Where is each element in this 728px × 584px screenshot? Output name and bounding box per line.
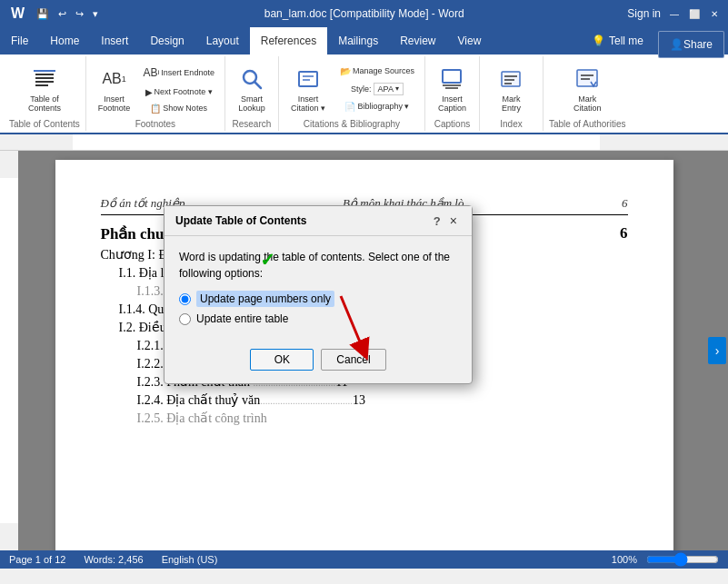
radio-update-pages: Update page numbers only	[179, 291, 457, 307]
ribbon-group-footnotes: AB1 InsertFootnote ABi Insert Endnote ▶ …	[86, 56, 225, 131]
authorities-buttons: MarkCitation	[566, 58, 608, 119]
index-group-label: Index	[485, 119, 537, 131]
style-select[interactable]: APA ▾	[374, 83, 404, 95]
footnote-icon: AB1	[100, 64, 129, 94]
manage-sources-btn[interactable]: 📂 Manage Sources	[335, 64, 419, 79]
quick-access-toolbar: 💾 ↩ ↪ ▾	[34, 6, 101, 22]
mark-citation-btn[interactable]: MarkCitation	[566, 60, 608, 118]
ribbon-tab-bar: File Home Insert Design Layout Reference…	[0, 27, 728, 54]
svg-rect-2	[35, 77, 54, 79]
tab-file[interactable]: File	[0, 27, 39, 54]
dialog-body-text: Word is updating the table of contents. …	[179, 249, 457, 282]
tab-references[interactable]: References	[250, 27, 327, 54]
save-btn[interactable]: 💾	[34, 6, 52, 22]
minimize-btn[interactable]: —	[668, 7, 681, 20]
table-of-contents-btn[interactable]: Table ofContents	[22, 60, 67, 118]
tell-me-btn[interactable]: 💡 Tell me	[581, 27, 654, 54]
restore-btn[interactable]: ⬜	[688, 7, 701, 20]
toc-group-label: Table of Contents	[9, 119, 80, 131]
index-buttons: MarkEntry	[490, 58, 532, 119]
zoom-slider[interactable]	[646, 554, 719, 565]
dialog-buttons: OK Cancel	[165, 340, 472, 383]
footnote-small-btns: ABi Insert Endnote ▶ Next Footnote ▾ 📋 S…	[138, 62, 219, 116]
mark-entry-label: MarkEntry	[502, 95, 521, 114]
svg-rect-1	[35, 74, 54, 75]
svg-rect-0	[34, 70, 55, 72]
tab-design[interactable]: Design	[139, 27, 194, 54]
captions-buttons: InsertCaption	[431, 58, 473, 119]
ribbon-group-citations: InsertCitation ▾ 📂 Manage Sources Style:…	[279, 56, 425, 131]
bibliography-icon: 📄	[344, 102, 355, 112]
footnotes-group-label: Footnotes	[92, 119, 219, 131]
status-right: 100%	[612, 554, 719, 565]
citation-icon	[294, 64, 323, 94]
document-area: Đồ án tốt nghiệp Bộ môn khai thác hầm lò…	[0, 151, 728, 550]
close-btn[interactable]: ✕	[708, 7, 721, 20]
tab-view[interactable]: View	[447, 27, 493, 54]
tab-insert[interactable]: Insert	[90, 27, 139, 54]
word-icon: W	[7, 4, 28, 24]
insert-citation-btn[interactable]: InsertCitation ▾	[284, 60, 332, 118]
insert-footnote-btn[interactable]: AB1 InsertFootnote	[92, 60, 137, 118]
mark-entry-icon	[496, 64, 525, 94]
person-icon: 👤	[670, 38, 683, 51]
next-footnote-btn[interactable]: ▶ Next Footnote ▾	[138, 84, 219, 100]
smart-lookup-label: SmartLookup	[238, 95, 265, 114]
insert-endnote-btn[interactable]: ABi Insert Endnote	[138, 62, 219, 84]
footnotes-buttons: AB1 InsertFootnote ABi Insert Endnote ▶ …	[92, 58, 219, 119]
svg-rect-17	[577, 70, 597, 86]
dialog-close-btn[interactable]: ×	[446, 213, 461, 228]
cancel-button[interactable]: Cancel	[321, 349, 385, 371]
tab-mailings[interactable]: Mailings	[327, 27, 389, 54]
radio-update-all: Update entire table	[179, 311, 457, 327]
dialog-title: Update Table of Contents	[175, 214, 306, 227]
bibliography-btn[interactable]: 📄 Bibliography ▾	[335, 99, 419, 114]
tab-layout[interactable]: Layout	[195, 27, 250, 54]
svg-line-6	[254, 82, 261, 88]
radio-update-all-input[interactable]	[179, 313, 191, 325]
citations-buttons: InsertCitation ▾ 📂 Manage Sources Style:…	[284, 58, 419, 119]
search-icon	[237, 64, 266, 94]
ribbon-group-authorities: MarkCitation Table of Authorities	[544, 56, 632, 131]
dialog-overlay: Update Table of Contents ? × Word is upd…	[0, 151, 728, 550]
dialog-body: Word is updating the table of contents. …	[165, 236, 472, 340]
update-toc-dialog: Update Table of Contents ? × Word is upd…	[164, 205, 473, 384]
citations-group-label: Citations & Bibliography	[284, 119, 419, 131]
tab-review[interactable]: Review	[389, 27, 446, 54]
zoom-level: 100%	[612, 554, 637, 565]
show-notes-btn[interactable]: 📋 Show Notes	[138, 101, 219, 116]
authorities-group-label: Table of Authorities	[549, 119, 626, 131]
research-group-label: Research	[231, 119, 273, 131]
dialog-question-mark: ?	[434, 214, 441, 228]
undo-btn[interactable]: ↩	[55, 6, 69, 22]
ribbon-group-index: MarkEntry Index	[480, 56, 544, 131]
status-page: Page 1 of 12	[9, 554, 65, 565]
customize-btn[interactable]: ▾	[90, 6, 101, 22]
horizontal-ruler	[0, 134, 728, 151]
svg-rect-21	[73, 134, 600, 151]
svg-rect-7	[299, 72, 317, 86]
title-bar-left: W 💾 ↩ ↪ ▾	[7, 4, 101, 24]
ribbon-group-research: SmartLookup Research	[225, 56, 279, 131]
mark-entry-btn[interactable]: MarkEntry	[490, 60, 532, 118]
share-btn[interactable]: 👤 Share	[658, 31, 724, 58]
title-text: ban_lam.doc [Compatibility Mode] - Word	[101, 7, 627, 20]
endnote-icon: ABi	[143, 64, 159, 81]
radio-update-pages-input[interactable]	[179, 293, 191, 305]
citations-small-btns: 📂 Manage Sources Style: APA ▾ 📄 Bibliogr…	[335, 64, 419, 114]
style-dropdown-btn[interactable]: Style: APA ▾	[335, 80, 419, 98]
dropdown-arrow-icon: ▾	[395, 84, 399, 93]
svg-rect-3	[35, 81, 54, 83]
radio-update-all-label[interactable]: Update entire table	[196, 311, 288, 327]
signin-text[interactable]: Sign in	[627, 7, 661, 20]
ribbon-group-captions: InsertCaption Captions	[425, 56, 480, 131]
insert-caption-btn[interactable]: InsertCaption	[431, 60, 473, 118]
smart-lookup-btn[interactable]: SmartLookup	[231, 60, 273, 118]
radio-update-pages-label[interactable]: Update page numbers only	[196, 291, 334, 307]
ok-button[interactable]: OK	[250, 349, 314, 371]
research-buttons: SmartLookup	[231, 58, 273, 119]
ribbon-group-toc: Table ofContents Table of Contents	[4, 56, 86, 131]
tab-home[interactable]: Home	[39, 27, 90, 54]
caption-label: InsertCaption	[438, 95, 466, 114]
redo-btn[interactable]: ↪	[73, 6, 86, 22]
